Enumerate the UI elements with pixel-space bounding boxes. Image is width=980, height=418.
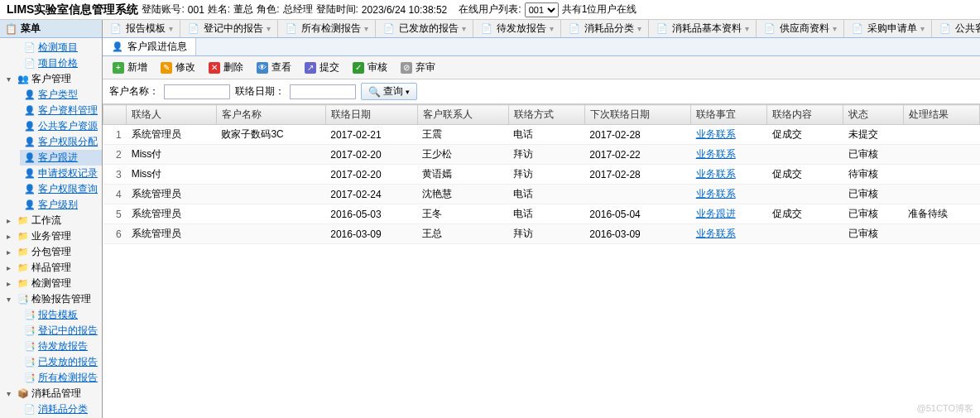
submit-button[interactable]: ↗提交 bbox=[301, 59, 343, 76]
sidebar-item[interactable]: 👤客户跟进 bbox=[20, 150, 102, 166]
table-cell: 准备待续 bbox=[903, 204, 979, 224]
table-cell bbox=[903, 224, 979, 244]
customer-name-input[interactable] bbox=[164, 84, 230, 99]
add-button[interactable]: +新增 bbox=[109, 59, 151, 76]
tab[interactable]: 📄供应商资料▾ bbox=[757, 20, 844, 37]
close-icon[interactable]: ▾ bbox=[920, 24, 925, 33]
tab[interactable]: 📄报告模板▾ bbox=[103, 20, 180, 37]
reject-button[interactable]: ⊘弃审 bbox=[397, 59, 439, 76]
table-cell: 王冬 bbox=[417, 204, 508, 224]
sub-tab-followup[interactable]: 👤 客户跟进信息 bbox=[103, 38, 196, 55]
close-icon[interactable]: ▾ bbox=[833, 24, 837, 33]
table-cell: 系统管理员 bbox=[127, 224, 217, 244]
tab[interactable]: 📄公共客户资源▾ bbox=[932, 20, 980, 37]
column-header[interactable]: 联络方式 bbox=[508, 105, 584, 125]
table-cell: 促成交 bbox=[767, 165, 843, 185]
sidebar-item[interactable]: 📑待发放报告 bbox=[20, 339, 102, 354]
sidebar-item[interactable]: 👤客户权限查询 bbox=[20, 181, 102, 197]
submit-icon: ↗ bbox=[305, 62, 316, 74]
column-header[interactable]: 客户名称 bbox=[216, 105, 325, 125]
table-cell: 王总 bbox=[417, 224, 508, 244]
online-count: 共有1位用户在线 bbox=[562, 2, 637, 17]
table-cell: 业务跟进 bbox=[691, 204, 767, 224]
sidebar-item[interactable]: ▸📁检测管理 bbox=[0, 276, 102, 291]
tab[interactable]: 📄采购申请单▾ bbox=[844, 20, 932, 37]
sidebar-item[interactable]: 👤客户权限分配 bbox=[20, 134, 102, 150]
contact-date-input[interactable] bbox=[290, 84, 356, 99]
sidebar-item[interactable]: 📑登记中的报告 bbox=[20, 323, 102, 339]
close-icon[interactable]: ▾ bbox=[169, 24, 173, 33]
name-value: 董总 bbox=[233, 2, 253, 17]
close-icon[interactable]: ▾ bbox=[745, 24, 749, 33]
edit-button[interactable]: ✎修改 bbox=[157, 59, 199, 76]
delete-button[interactable]: ✕删除 bbox=[205, 59, 247, 76]
sidebar-item-customer-mgmt[interactable]: ▾👥客户管理 bbox=[0, 71, 102, 87]
table-cell bbox=[216, 204, 325, 224]
close-icon[interactable]: ▾ bbox=[550, 24, 554, 33]
column-header[interactable]: 联络事宜 bbox=[691, 105, 767, 125]
sidebar-item[interactable]: 👤客户类型 bbox=[20, 87, 102, 103]
tab[interactable]: 📄登记中的报告▾ bbox=[180, 20, 278, 37]
contact-date-label: 联络日期： bbox=[235, 84, 285, 98]
tab-icon: 📄 bbox=[285, 23, 298, 35]
table-cell: 业务联系 bbox=[691, 145, 767, 165]
sidebar-item[interactable]: 👤客户级别 bbox=[20, 197, 102, 213]
sidebar-item[interactable]: 📄检测项目 bbox=[20, 40, 102, 55]
sidebar-item[interactable]: ▸📁分包管理 bbox=[0, 244, 102, 260]
sidebar-item[interactable]: 👤申请授权记录 bbox=[20, 166, 102, 181]
column-header[interactable]: 状态 bbox=[843, 105, 903, 125]
table-row[interactable]: 1系统管理员败家子数码3C2017-02-21王震电话2017-02-28业务联… bbox=[103, 125, 980, 145]
tab[interactable]: 📄消耗品分类▾ bbox=[561, 20, 649, 37]
close-icon[interactable]: ▾ bbox=[637, 24, 641, 33]
column-header[interactable]: 客户联系人 bbox=[417, 105, 508, 125]
online-users-select[interactable]: 001 bbox=[525, 2, 559, 17]
table-row[interactable]: 6系统管理员2016-03-09王总拜访2016-03-09业务联系已审核 bbox=[103, 224, 980, 244]
table-row[interactable]: 4系统管理员2017-02-24沈艳慧电话业务联系已审核 bbox=[103, 185, 980, 204]
tab[interactable]: 📄待发放报告▾ bbox=[473, 20, 561, 37]
table-cell: 未提交 bbox=[843, 125, 903, 145]
report-icon: 📑 bbox=[23, 372, 36, 384]
tab[interactable]: 📄消耗品基本资料▾ bbox=[649, 20, 757, 37]
sidebar-item[interactable]: 📄消耗品分类 bbox=[20, 401, 102, 417]
collapse-icon: ▾ bbox=[7, 389, 15, 398]
column-header[interactable]: 联络内容 bbox=[767, 105, 843, 125]
main-area: 📄报告模板▾📄登记中的报告▾📄所有检测报告▾📄已发放的报告▾📄待发放报告▾📄消耗… bbox=[103, 20, 980, 418]
table-cell: 电话 bbox=[508, 204, 584, 224]
sidebar-item[interactable]: ▸📁样品管理 bbox=[0, 260, 102, 276]
table-cell bbox=[767, 224, 843, 244]
query-button[interactable]: 🔍查询▾ bbox=[361, 83, 417, 100]
close-icon[interactable]: ▾ bbox=[267, 24, 271, 33]
table-row[interactable]: 2Miss付2017-02-20王少松拜访2017-02-22业务联系已审核 bbox=[103, 145, 980, 165]
expand-icon: ▸ bbox=[7, 216, 15, 225]
table-row[interactable]: 5系统管理员2016-05-03王冬电话2016-05-04业务跟进促成交已审核… bbox=[103, 204, 980, 224]
close-icon[interactable]: ▾ bbox=[364, 24, 368, 33]
close-icon[interactable]: ▾ bbox=[462, 24, 466, 33]
sidebar-item[interactable]: 👤公共客户资源 bbox=[20, 118, 102, 134]
view-button[interactable]: 👁查看 bbox=[253, 59, 295, 76]
table-cell: 2017-02-20 bbox=[325, 145, 417, 165]
sidebar-item[interactable]: 📄项目价格 bbox=[20, 55, 102, 71]
table-cell: 促成交 bbox=[767, 204, 843, 224]
role-value: 总经理 bbox=[283, 2, 313, 17]
table-cell: 2016-05-04 bbox=[584, 204, 690, 224]
column-header[interactable]: 联络人 bbox=[127, 105, 217, 125]
column-header[interactable]: 联络日期 bbox=[325, 105, 417, 125]
table-row[interactable]: 3Miss付2017-02-20黄语嫣拜访2017-02-28业务联系促成交待审… bbox=[103, 165, 980, 185]
sidebar-item-consumables[interactable]: ▾📦消耗品管理 bbox=[0, 386, 102, 401]
tab[interactable]: 📄已发放的报告▾ bbox=[376, 20, 473, 37]
table-cell: 系统管理员 bbox=[127, 185, 217, 204]
sidebar-item[interactable]: ▸📁业务管理 bbox=[0, 228, 102, 244]
column-header[interactable] bbox=[103, 105, 127, 125]
audit-button[interactable]: ✓审核 bbox=[349, 59, 391, 76]
tab[interactable]: 📄所有检测报告▾ bbox=[278, 20, 376, 37]
sidebar-item[interactable]: 👤客户资料管理 bbox=[20, 103, 102, 118]
table-cell: 3 bbox=[103, 165, 127, 185]
column-header[interactable]: 处理结果 bbox=[903, 105, 979, 125]
table-cell bbox=[767, 185, 843, 204]
sidebar-item[interactable]: ▸📁工作流 bbox=[0, 213, 102, 228]
column-header[interactable]: 下次联络日期 bbox=[584, 105, 690, 125]
sidebar-item-report-mgmt[interactable]: ▾📑检验报告管理 bbox=[0, 291, 102, 307]
sidebar-item[interactable]: 📑报告模板 bbox=[20, 307, 102, 323]
sidebar-item[interactable]: 📑所有检测报告 bbox=[20, 370, 102, 386]
sidebar-item[interactable]: 📑已发放的报告 bbox=[20, 354, 102, 370]
